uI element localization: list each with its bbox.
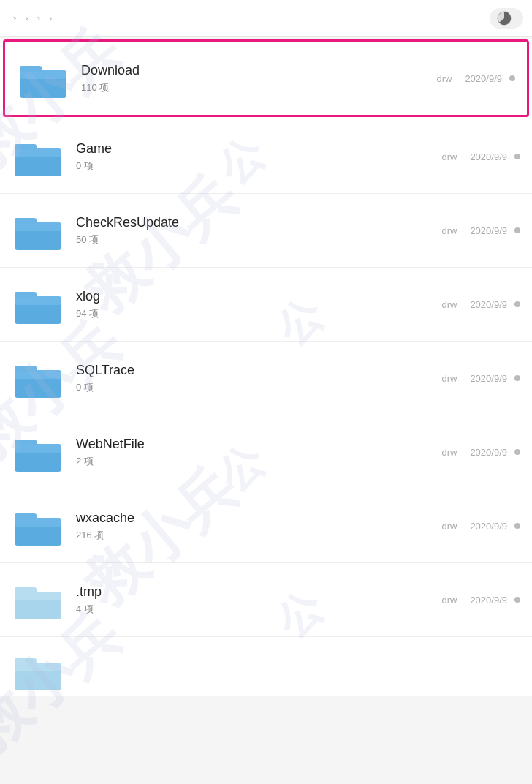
folder-info: xlog 94 项 — [76, 289, 428, 320]
folder-item-game[interactable]: Game 0 项 drw 2020/9/9 — [0, 120, 532, 194]
folder-icon — [12, 132, 64, 181]
folder-options-dot[interactable] — [514, 449, 520, 455]
folder-type: drw — [441, 373, 457, 384]
folder-name: wxacache — [76, 510, 428, 526]
folder-date: 2020/9/9 — [470, 595, 507, 606]
folder-info: Game 0 项 — [76, 141, 428, 173]
folder-count: 2 项 — [76, 455, 428, 468]
folder-info: SQLTrace 0 项 — [76, 363, 428, 394]
folder-item-sqltrace[interactable]: SQLTrace 0 项 drw 2020/9/9 — [0, 342, 532, 415]
svg-rect-24 — [15, 587, 37, 593]
breadcrumb-arrow-1: › — [25, 12, 28, 23]
folder-name: SQLTrace — [76, 363, 428, 378]
folder-date: 2020/9/9 — [470, 151, 507, 162]
svg-rect-18 — [15, 440, 37, 445]
breadcrumb-arrow-3: › — [49, 12, 52, 23]
folder-name: WebNetFile — [76, 437, 428, 452]
folder-options-dot[interactable] — [514, 375, 520, 381]
svg-rect-9 — [15, 218, 37, 224]
folder-info: .tmp 4 项 — [76, 584, 428, 616]
folder-item-partial[interactable] — [0, 637, 532, 696]
folder-options-dot[interactable] — [514, 597, 520, 603]
svg-rect-12 — [15, 292, 37, 298]
folder-date: 2020/9/9 — [470, 373, 507, 384]
folder-date: 2020/9/9 — [470, 225, 507, 236]
breadcrumb-arrow-2: › — [37, 12, 40, 23]
folder-options-dot[interactable] — [509, 75, 515, 81]
folder-type: drw — [441, 151, 457, 162]
folder-count: 0 项 — [76, 381, 428, 394]
folder-info: wxacache 216 项 — [76, 510, 428, 542]
folder-icon — [12, 206, 64, 255]
folder-count: 50 项 — [76, 233, 428, 246]
folder-options-dot[interactable] — [514, 301, 520, 307]
folder-icon — [17, 53, 69, 103]
folder-type: drw — [441, 225, 457, 236]
folder-count: 110 项 — [81, 81, 423, 94]
svg-rect-21 — [15, 513, 37, 519]
folder-date: 2020/9/9 — [470, 447, 507, 458]
folder-item-download[interactable]: Download 110 项 drw 2020/9/9 — [3, 39, 529, 117]
folder-name: Game — [76, 141, 428, 157]
svg-rect-6 — [15, 144, 37, 150]
folder-name: CheckResUpdate — [76, 215, 428, 230]
folder-info: WebNetFile 2 项 — [76, 437, 428, 468]
svg-rect-3 — [20, 66, 42, 72]
folder-count: 0 项 — [76, 159, 428, 173]
svg-rect-27 — [15, 658, 37, 664]
folder-item-webnetfile[interactable]: WebNetFile 2 项 drw 2020/9/9 — [0, 415, 532, 489]
svg-rect-15 — [15, 366, 37, 372]
folder-item-checkresupdate[interactable]: CheckResUpdate 50 项 drw 2020/9/9 — [0, 194, 532, 268]
folder-name: .tmp — [76, 584, 428, 600]
folder-type: drw — [441, 447, 457, 458]
folder-icon — [12, 575, 64, 625]
folder-name: xlog — [76, 289, 428, 304]
storage-badge — [490, 8, 523, 29]
folder-count: 94 项 — [76, 307, 428, 320]
folder-info: Download 110 项 — [81, 63, 423, 94]
folder-item-tmp[interactable]: .tmp 4 项 drw 2020/9/9 — [0, 563, 532, 637]
folder-date: 2020/9/9 — [465, 73, 502, 84]
folder-icon — [12, 501, 64, 551]
folder-info: CheckResUpdate 50 项 — [76, 215, 428, 246]
folder-list: Download 110 项 drw 2020/9/9 Game 0 项 drw… — [0, 39, 532, 696]
folder-count: 4 项 — [76, 603, 428, 616]
folder-options-dot[interactable] — [514, 523, 520, 529]
folder-type: drw — [441, 299, 457, 310]
folder-icon — [12, 646, 64, 696]
folder-date: 2020/9/9 — [470, 299, 507, 310]
breadcrumb-arrow-0: › — [13, 12, 16, 23]
folder-type: drw — [441, 521, 457, 532]
folder-icon — [12, 353, 64, 403]
folder-icon — [12, 427, 64, 477]
folder-item-wxacache[interactable]: wxacache 216 项 drw 2020/9/9 — [0, 489, 532, 563]
folder-options-dot[interactable] — [514, 154, 520, 159]
folder-type: drw — [436, 73, 452, 84]
header: › › › › — [0, 0, 532, 37]
folder-icon — [12, 279, 64, 329]
folder-name: Download — [81, 63, 423, 78]
folder-type: drw — [441, 595, 457, 606]
folder-item-xlog[interactable]: xlog 94 项 drw 2020/9/9 — [0, 268, 532, 342]
folder-options-dot[interactable] — [514, 227, 520, 233]
folder-date: 2020/9/9 — [470, 521, 507, 532]
storage-pie-icon — [497, 11, 512, 26]
folder-count: 216 项 — [76, 529, 428, 542]
